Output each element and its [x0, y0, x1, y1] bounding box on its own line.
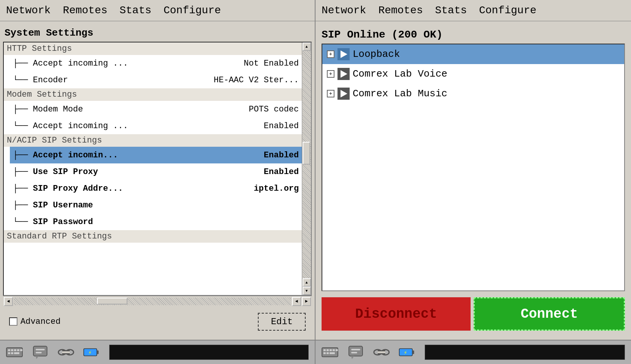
svg-rect-29 — [326, 349, 329, 351]
remote-item-comrex-voice[interactable]: + Comrex Lab Voice — [322, 64, 624, 84]
scroll-track[interactable] — [303, 51, 311, 278]
svg-rect-35 — [336, 349, 338, 351]
right-keyboard-icon[interactable] — [322, 345, 338, 359]
list-item-sip-proxy-addr[interactable]: ├── SIP Proxy Addre... iptel.org — [10, 180, 302, 197]
right-link-icon[interactable] — [373, 345, 390, 359]
battery-bolt-icon: ⚡ — [83, 345, 100, 359]
right-taskbar-black — [425, 345, 625, 360]
left-menubar: Network Remotes Stats Configure — [0, 0, 315, 21]
left-panel: Network Remotes Stats Configure System S… — [0, 0, 316, 364]
expand-music-btn[interactable]: + — [327, 90, 334, 97]
h-scroll-thumb[interactable] — [97, 298, 127, 304]
horizontal-scrollbar: ◄ ◄ ► — [3, 296, 312, 306]
list-item-sip-password[interactable]: └── SIP Password — [10, 213, 302, 230]
list-item[interactable]: └── Accept incoming ... Enabled — [10, 118, 302, 134]
svg-rect-30 — [330, 349, 332, 351]
left-content: System Settings HTTP Settings ├── Accept… — [0, 21, 315, 340]
svg-rect-7 — [14, 352, 19, 354]
svg-rect-4 — [17, 349, 19, 351]
svg-rect-28 — [323, 349, 326, 351]
arrow-icon-loopback — [337, 48, 350, 60]
right-battery-bolt-icon: ⚡ — [399, 345, 416, 359]
scroll-thumb[interactable] — [303, 142, 310, 165]
list-item[interactable]: ├── Accept incoming ... Not Enabled — [10, 55, 302, 72]
list-item-accept-incoming[interactable]: ├── Accept incomin... Enabled — [10, 147, 302, 163]
category-modem: Modem Settings — [4, 88, 302, 101]
connect-button[interactable]: Connect — [474, 297, 625, 331]
right-content: SIP Online (200 OK) + Loopback + — [316, 21, 631, 340]
panel-footer: Advanced Edit — [3, 306, 312, 337]
remote-item-loopback[interactable]: + Loopback — [322, 44, 624, 64]
svg-rect-36 — [349, 346, 363, 356]
left-taskbar-black — [109, 345, 309, 360]
remote-item-comrex-music[interactable]: + Comrex Lab Music — [322, 84, 624, 104]
svg-rect-31 — [333, 349, 335, 351]
remotes-list[interactable]: + Loopback + Comrex Lab Voice — [322, 44, 625, 291]
link-icon[interactable] — [58, 345, 74, 359]
list-item-sip-username[interactable]: ├── SIP Username — [10, 197, 302, 213]
left-menu-configure[interactable]: Configure — [163, 5, 221, 16]
category-rtp: Standard RTP Settings — [4, 230, 302, 243]
right-menu-configure[interactable]: Configure — [479, 5, 536, 16]
svg-rect-11 — [36, 349, 45, 350]
keyboard-icon[interactable] — [6, 345, 23, 359]
svg-rect-12 — [36, 352, 42, 353]
list-item-use-sip-proxy[interactable]: ├── Use SIP Proxy Enabled — [10, 163, 302, 180]
right-taskbar: ⚡ — [316, 340, 631, 364]
h-scroll-track[interactable] — [14, 298, 291, 305]
category-sip: N/ACIP SIP Settings — [4, 134, 302, 147]
settings-list-container: HTTP Settings ├── Accept incoming ... No… — [3, 42, 312, 296]
svg-rect-3 — [14, 349, 16, 351]
action-buttons: Disconnect Connect — [319, 291, 628, 337]
right-menubar: Network Remotes Stats Configure — [316, 0, 631, 21]
disconnect-button[interactable]: Disconnect — [322, 297, 471, 331]
h-scroll-left-btn[interactable]: ◄ — [4, 297, 13, 306]
advanced-checkbox-wrap[interactable]: Advanced — [9, 317, 61, 326]
svg-rect-33 — [326, 352, 329, 354]
settings-list[interactable]: HTTP Settings ├── Accept incoming ... No… — [4, 42, 302, 295]
remote-label-music: Comrex Lab Music — [353, 88, 447, 99]
list-item[interactable]: └── Encoder HE-AAC V2 Ster... — [10, 72, 302, 88]
right-menu-stats[interactable]: Stats — [435, 5, 467, 16]
svg-marker-37 — [351, 356, 354, 359]
svg-text:⚡: ⚡ — [88, 350, 92, 356]
h-scroll-right-btn[interactable]: ► — [302, 297, 311, 306]
edit-button[interactable]: Edit — [258, 313, 306, 331]
right-chat-icon[interactable] — [347, 345, 364, 359]
svg-rect-1 — [8, 349, 10, 351]
expand-loopback-btn[interactable]: + — [327, 50, 334, 58]
advanced-label: Advanced — [20, 317, 61, 326]
right-menu-remotes[interactable]: Remotes — [378, 5, 423, 16]
left-menu-remotes[interactable]: Remotes — [63, 5, 108, 16]
svg-rect-19 — [97, 350, 99, 354]
chat-icon[interactable] — [32, 345, 49, 359]
list-item[interactable]: ├── Modem Mode POTS codec — [10, 101, 302, 118]
remote-label-loopback: Loopback — [353, 49, 400, 60]
left-menu-network[interactable]: Network — [6, 5, 51, 16]
left-menu-stats[interactable]: Stats — [119, 5, 151, 16]
svg-rect-6 — [11, 352, 13, 354]
expand-voice-btn[interactable]: + — [327, 70, 334, 78]
scroll-down-btn[interactable]: ▼ — [303, 287, 311, 295]
scroll-down-btn-top[interactable]: ▲ — [303, 278, 311, 287]
svg-rect-32 — [323, 352, 326, 354]
svg-rect-9 — [33, 346, 47, 356]
h-scroll-right-btn-left[interactable]: ◄ — [292, 297, 301, 306]
left-taskbar: ⚡ — [0, 340, 315, 364]
category-http: HTTP Settings — [4, 42, 302, 55]
arrow-icon-music — [337, 88, 350, 100]
remote-label-voice: Comrex Lab Voice — [353, 68, 447, 80]
scroll-up-btn[interactable]: ▲ — [303, 42, 311, 51]
vertical-scrollbar: ▲ ▲ ▼ — [302, 42, 311, 295]
svg-text:⚡: ⚡ — [404, 350, 407, 356]
svg-rect-38 — [351, 349, 360, 350]
panel-title: System Settings — [3, 24, 312, 42]
svg-rect-46 — [412, 350, 414, 354]
right-menu-network[interactable]: Network — [322, 5, 366, 16]
sip-status: SIP Online (200 OK) — [319, 24, 628, 44]
advanced-checkbox[interactable] — [9, 317, 17, 326]
arrow-icon-voice — [337, 68, 350, 80]
svg-rect-39 — [351, 352, 357, 353]
svg-rect-34 — [330, 352, 335, 354]
svg-rect-8 — [20, 349, 22, 351]
